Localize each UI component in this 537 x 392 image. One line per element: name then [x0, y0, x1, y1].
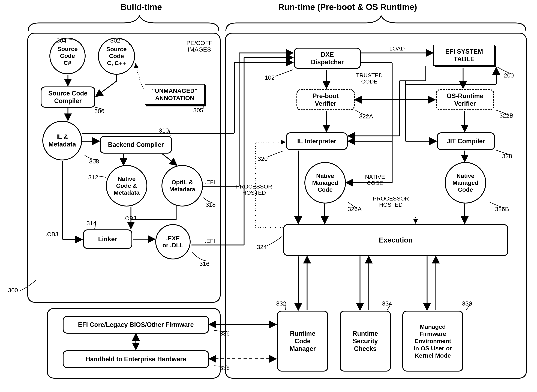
managed-firmware-env-box: Managed Firmware Environment in OS User … — [402, 311, 463, 372]
exe-dll-circle: .EXE or .DLL — [155, 224, 191, 259]
efi-label-2: .EFI — [205, 238, 215, 244]
text: PROCESSOR HOSTED — [236, 183, 272, 196]
run-time-title: Run-time (Pre-boot & OS Runtime) — [261, 2, 434, 12]
obj-label-1: .OBJ — [46, 231, 58, 237]
ref-322a: 322A — [359, 113, 373, 120]
native-managed-code-a-circle: Native Managed Code — [304, 162, 346, 204]
ref-324: 324 — [257, 243, 267, 250]
text: Source Code Compiler — [48, 89, 88, 105]
jit-compiler-box: JIT Compiler — [437, 132, 495, 150]
text: DXE Dispatcher — [311, 51, 344, 66]
text: Runtime Code Manager — [290, 330, 316, 353]
ref-328: 328 — [502, 153, 512, 159]
native-managed-code-b-circle: Native Managed Code — [445, 162, 486, 204]
il-interpreter-box: IL Interpreter — [286, 132, 348, 150]
source-code-cs-circle: Source Code C# — [49, 37, 86, 74]
load-label: LOAD — [386, 46, 408, 52]
execution-box: Execution — [283, 224, 508, 256]
ref-318: 318 — [206, 201, 216, 208]
text: NATIVE CODE — [365, 174, 385, 186]
runtime-security-checks-box: Runtime Security Checks — [340, 311, 391, 372]
native-code-label: NATIVE CODE — [361, 174, 389, 186]
text: IL & Metadata — [48, 133, 76, 148]
ref-332: 332 — [276, 300, 286, 307]
efi-label-1: .EFI — [205, 179, 215, 185]
os-runtime-verifier-box: OS-Runtime Verifier — [436, 89, 494, 110]
ref-310: 310 — [159, 127, 169, 134]
text: JIT Compiler — [447, 137, 485, 145]
backend-compiler-box: Backend Compiler — [100, 136, 172, 154]
text: Pre-boot Verifier — [313, 92, 339, 107]
processor-hosted-label-left: PROCESSOR HOSTED — [232, 184, 276, 196]
text: Source Code C# — [57, 46, 78, 66]
ref-326a: 326A — [348, 206, 361, 213]
text: TRUSTED CODE — [356, 72, 383, 85]
dxe-dispatcher-box: DXE Dispatcher — [294, 48, 361, 69]
linker-box: Linker — [83, 229, 132, 249]
efi-system-table-box: EFI SYSTEM TABLE — [433, 45, 495, 66]
ref-314: 314 — [87, 220, 97, 227]
ref-302: 302 — [110, 37, 120, 44]
ref-306: 306 — [94, 108, 104, 115]
text: "UNMANAGED" ANNOTATION — [152, 87, 197, 102]
text: Linker — [98, 235, 117, 243]
text: LOAD — [389, 45, 405, 52]
efi-firmware-box: EFI Core/Legacy BIOS/Other Firmware — [63, 316, 209, 334]
text: OptIL & Metadata — [169, 179, 195, 192]
native-code-metadata-circle: Native Code & Metadata — [106, 165, 147, 206]
processor-hosted-label-right: PROCESSOR HOSTED — [368, 196, 414, 208]
text: Native Code & Metadata — [114, 175, 140, 196]
text: Source Code C, C++ — [106, 46, 126, 66]
text: PROCESSOR HOSTED — [373, 195, 409, 208]
pecoff-label: PE/COFF IMAGES — [182, 40, 217, 53]
preboot-verifier-box: Pre-boot Verifier — [296, 89, 355, 110]
optil-metadata-circle: OptIL & Metadata — [162, 165, 203, 206]
text: EFI Core/Legacy BIOS/Other Firmware — [78, 321, 194, 328]
text: Native Managed Code — [453, 173, 478, 193]
text: Managed Firmware Environment in OS User … — [414, 323, 452, 359]
trusted-code-label: TRUSTED CODE — [352, 72, 387, 85]
ref-102: 102 — [265, 74, 275, 81]
text: OS-Runtime Verifier — [447, 92, 483, 107]
hardware-box: Handheld to Enterprise Hardware — [63, 350, 209, 368]
ref-308: 308 — [89, 158, 99, 165]
ref-330: 330 — [462, 300, 472, 307]
ref-322b: 322B — [500, 112, 513, 119]
text: .EXE or .DLL — [162, 235, 184, 249]
text: Native Managed Code — [312, 173, 338, 193]
text: Handheld to Enterprise Hardware — [86, 355, 186, 363]
text: Execution — [379, 236, 412, 244]
text: PE/COFF IMAGES — [186, 40, 212, 53]
ref-200: 200 — [504, 72, 514, 79]
ref-305: 305 — [193, 107, 203, 114]
text: Backend Compiler — [108, 141, 164, 149]
ref-338: 338 — [220, 364, 230, 371]
source-code-compiler-box: Source Code Compiler — [41, 86, 95, 108]
il-metadata-circle: IL & Metadata — [42, 121, 82, 160]
text: EFI SYSTEM TABLE — [445, 48, 483, 63]
text: Runtime Security Checks — [353, 330, 378, 353]
text: IL Interpreter — [297, 137, 336, 145]
build-time-title: Build-time — [106, 2, 176, 12]
ref-312: 312 — [88, 174, 98, 181]
ref-336: 336 — [220, 330, 230, 337]
ref-326b: 326B — [495, 206, 509, 213]
ref-316: 316 — [199, 260, 209, 267]
ref-320: 320 — [258, 155, 268, 162]
ref-300: 300 — [8, 287, 18, 294]
obj-label-2: .OBJ — [124, 215, 136, 221]
unmanaged-annotation-box: "UNMANAGED" ANNOTATION — [145, 84, 205, 105]
runtime-code-manager-box: Runtime Code Manager — [277, 311, 328, 372]
ref-304: 304 — [56, 37, 66, 44]
ref-334: 334 — [382, 300, 392, 307]
